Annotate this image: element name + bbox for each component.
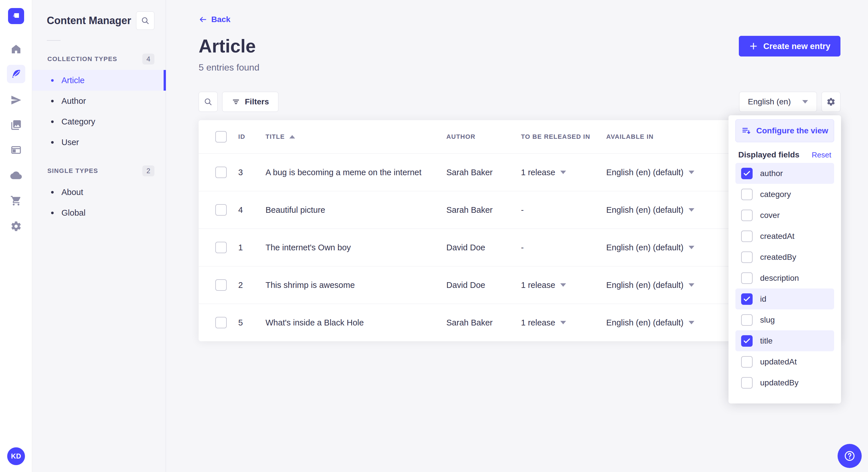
field-toggle-category[interactable]: category <box>735 184 834 205</box>
view-settings-button[interactable] <box>822 92 840 112</box>
field-checkbox[interactable] <box>741 210 753 221</box>
help-button[interactable] <box>838 444 862 468</box>
layout-icon[interactable] <box>7 141 25 159</box>
settings-gear-icon[interactable] <box>7 217 25 235</box>
row-checkbox[interactable] <box>215 317 227 328</box>
field-toggle-description[interactable]: description <box>735 268 834 289</box>
cell-title: What's inside a Black Hole <box>266 318 446 328</box>
section-label: COLLECTION TYPES <box>48 55 117 63</box>
bullet-icon <box>51 141 54 144</box>
field-checkbox[interactable] <box>741 168 753 179</box>
field-toggle-updatedBy[interactable]: updatedBy <box>735 372 834 393</box>
field-label: createdBy <box>760 252 796 262</box>
entries-count: 5 entries found <box>198 62 840 73</box>
sidebar-item-author[interactable]: Author <box>32 91 166 111</box>
sidebar-item-article[interactable]: Article <box>32 70 166 91</box>
locale-select[interactable]: English (en) <box>739 92 817 112</box>
filters-button[interactable]: Filters <box>222 92 278 112</box>
cell-id: 2 <box>238 280 266 290</box>
page-title: Article <box>198 37 256 55</box>
section-label: SINGLE TYPES <box>48 167 98 175</box>
field-checkbox[interactable] <box>741 189 753 200</box>
row-checkbox[interactable] <box>215 204 227 216</box>
chevron-down-icon <box>689 208 694 212</box>
field-label: author <box>760 169 783 178</box>
configure-view-button[interactable]: Configure the view <box>735 119 834 142</box>
check-icon <box>743 295 751 303</box>
sidebar-item-label: Category <box>61 117 95 127</box>
cell-release[interactable]: - <box>521 205 606 215</box>
field-toggle-cover[interactable]: cover <box>735 205 834 226</box>
field-checkbox[interactable] <box>741 231 753 242</box>
sidebar-item-label: About <box>61 188 83 197</box>
sidebar-item-label: User <box>61 138 79 147</box>
select-all-checkbox[interactable] <box>215 131 227 142</box>
field-toggle-author[interactable]: author <box>735 163 834 184</box>
cell-release[interactable]: - <box>521 243 606 252</box>
chevron-down-icon <box>689 246 694 249</box>
toolbar: Filters English (en) <box>198 92 840 112</box>
bullet-icon <box>51 121 54 123</box>
filter-icon <box>231 98 240 106</box>
sidebar-item-category[interactable]: Category <box>32 111 166 132</box>
content-manager-feather-icon[interactable] <box>7 65 25 83</box>
cell-release[interactable]: 1 release <box>521 318 606 328</box>
field-label: title <box>760 336 773 345</box>
field-checkbox[interactable] <box>741 293 753 305</box>
field-toggle-createdBy[interactable]: createdBy <box>735 247 834 268</box>
field-checkbox[interactable] <box>741 251 753 263</box>
sidebar-search-button[interactable] <box>136 11 154 30</box>
row-checkbox[interactable] <box>215 167 227 178</box>
create-entry-label: Create new entry <box>763 42 830 51</box>
reset-link[interactable]: Reset <box>812 150 831 160</box>
cell-title: This shrimp is awesome <box>266 280 446 290</box>
row-checkbox[interactable] <box>215 279 227 291</box>
cart-icon[interactable] <box>7 192 25 210</box>
sidebar-item-label: Global <box>61 208 86 217</box>
fields-list: author category cover createdAt <box>735 163 834 393</box>
cloud-icon[interactable] <box>7 167 25 185</box>
sidebar-item-user[interactable]: User <box>32 132 166 153</box>
back-link[interactable]: Back <box>198 15 230 24</box>
cell-title: The internet's Own boy <box>266 243 446 252</box>
field-label: cover <box>760 211 780 220</box>
configure-popover: Configure the view Displayed fields Rese… <box>728 115 841 403</box>
field-toggle-slug[interactable]: slug <box>735 309 834 330</box>
field-checkbox[interactable] <box>741 377 753 389</box>
user-avatar[interactable]: KD <box>7 447 25 465</box>
sidebar-item-global[interactable]: Global <box>32 202 166 223</box>
field-checkbox[interactable] <box>741 314 753 326</box>
field-label: updatedBy <box>760 378 799 387</box>
home-icon[interactable] <box>7 40 25 58</box>
field-checkbox[interactable] <box>741 272 753 284</box>
row-checkbox[interactable] <box>215 242 227 253</box>
strapi-logo[interactable] <box>8 8 24 24</box>
sidebar-divider <box>47 40 61 41</box>
cell-author: Sarah Baker <box>446 168 521 177</box>
cell-title: Beautiful picture <box>266 205 446 215</box>
table-search-button[interactable] <box>198 92 218 112</box>
sidebar-item-label: Article <box>61 76 85 85</box>
column-header-title[interactable]: TITLE <box>266 133 446 140</box>
bullet-icon <box>51 100 54 102</box>
field-toggle-title[interactable]: title <box>735 330 834 351</box>
chevron-down-icon <box>560 171 566 174</box>
field-label: updatedAt <box>760 357 797 367</box>
field-toggle-id[interactable]: id <box>735 289 834 309</box>
cell-id: 5 <box>238 318 266 328</box>
create-entry-button[interactable]: Create new entry <box>739 36 840 57</box>
field-label: category <box>760 190 791 199</box>
field-toggle-updatedAt[interactable]: updatedAt <box>735 351 834 372</box>
cell-release[interactable]: 1 release <box>521 280 606 290</box>
media-library-icon[interactable] <box>7 116 25 134</box>
cell-id: 1 <box>238 243 266 252</box>
field-label: slug <box>760 315 775 325</box>
field-checkbox[interactable] <box>741 356 753 368</box>
field-label: createdAt <box>760 232 795 241</box>
field-toggle-createdAt[interactable]: createdAt <box>735 226 834 247</box>
send-icon[interactable] <box>7 91 25 109</box>
sidebar-item-about[interactable]: About <box>32 182 166 202</box>
cell-release[interactable]: 1 release <box>521 168 606 177</box>
field-checkbox[interactable] <box>741 335 753 347</box>
chevron-down-icon <box>689 283 694 287</box>
